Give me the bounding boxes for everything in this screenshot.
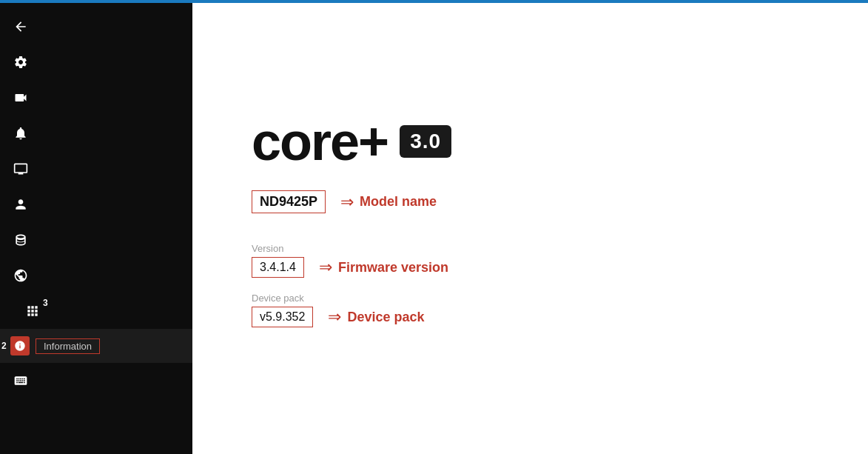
keyboard-icon	[10, 370, 31, 391]
model-arrow-icon: ⇒	[340, 193, 354, 212]
sidebar: 3 2 Information	[0, 3, 192, 454]
sidebar-item-settings[interactable]	[0, 44, 192, 80]
device-pack-annotation: ⇒ Device pack	[328, 307, 424, 327]
brand-name: core+	[252, 115, 388, 168]
firmware-annotation: ⇒ Firmware version	[319, 258, 448, 277]
information-label: Information	[36, 338, 100, 354]
firmware-version-box: 3.4.1.4	[252, 257, 304, 278]
device-pack-row: v5.9.352 ⇒ Device pack	[252, 307, 424, 327]
device-pack-section: Device pack v5.9.352 ⇒ Device pack	[252, 293, 424, 327]
device-pack-box: v5.9.352	[252, 307, 313, 327]
gear-icon	[10, 52, 31, 73]
model-name-box: ND9425P	[252, 190, 326, 213]
sidebar-item-keyboard[interactable]	[0, 363, 192, 398]
bell-icon	[10, 123, 31, 144]
sidebar-item-user[interactable]	[0, 187, 192, 222]
model-annotation-text: Model name	[360, 194, 437, 210]
sidebar-item-camera[interactable]	[0, 80, 192, 116]
globe-icon	[10, 265, 31, 286]
device-pack-arrow-icon: ⇒	[328, 307, 341, 327]
display-icon	[10, 158, 31, 179]
firmware-arrow-icon: ⇒	[319, 258, 332, 277]
back-icon	[10, 16, 31, 37]
sidebar-item-back[interactable]	[0, 9, 192, 44]
sidebar-item-display[interactable]	[0, 151, 192, 187]
model-row: ND9425P ⇒ Model name	[252, 190, 437, 213]
grid-icon	[22, 301, 43, 321]
sidebar-item-alarm[interactable]	[0, 116, 192, 151]
badge-2: 2	[1, 341, 7, 351]
info-icon	[10, 336, 30, 355]
sidebar-item-grid[interactable]: 3	[0, 293, 192, 329]
version-label: Version	[252, 243, 448, 254]
device-pack-annotation-text: Device pack	[347, 310, 424, 325]
model-annotation: ⇒ Model name	[340, 193, 437, 212]
firmware-annotation-text: Firmware version	[338, 260, 448, 276]
brand-row: core+ 3.0	[252, 115, 451, 168]
user-icon	[10, 194, 31, 215]
brand-version-badge: 3.0	[400, 125, 451, 158]
camera-icon	[10, 87, 31, 108]
main-content: core+ 3.0 ND9425P ⇒ Model name Version 3…	[192, 3, 868, 454]
sidebar-item-database[interactable]	[0, 222, 192, 258]
badge-3: 3	[43, 298, 48, 308]
device-pack-label: Device pack	[252, 293, 424, 304]
sidebar-item-network[interactable]	[0, 258, 192, 293]
version-row: 3.4.1.4 ⇒ Firmware version	[252, 257, 448, 278]
sidebar-item-information[interactable]: 2 Information	[0, 329, 192, 363]
database-icon	[10, 230, 31, 250]
version-section: Version 3.4.1.4 ⇒ Firmware version	[252, 243, 448, 278]
